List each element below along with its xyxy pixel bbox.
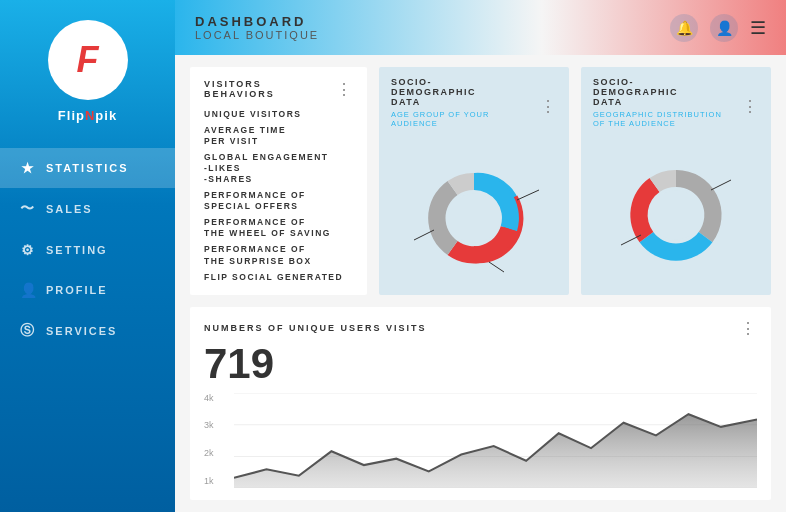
visitors-card: VISITORS BEHAVIORS ⋮ UNIQUE VISITORS AVE… [190, 67, 367, 295]
list-item: PERFORMANCE OFSPECIAL OFFERS [204, 190, 353, 212]
demo-card1-menu-button[interactable]: ⋮ [540, 97, 557, 116]
main-area: DASHBOARD LOCAL BOUTIQUE 🔔 👤 ☰ VISITORS … [175, 0, 786, 512]
profile-icon: 👤 [20, 282, 36, 298]
y-label-1k: 1k [204, 476, 214, 486]
logo-name: FlipNpik [58, 108, 117, 123]
bottom-card: NUMBERS OF UNIQUE USERS VISITS ⋮ 719 4k … [190, 307, 771, 500]
content-area: VISITORS BEHAVIORS ⋮ UNIQUE VISITORS AVE… [175, 55, 786, 512]
top-row: VISITORS BEHAVIORS ⋮ UNIQUE VISITORS AVE… [190, 67, 771, 295]
sidebar-item-label: PROFILE [46, 284, 108, 296]
y-label-4k: 4k [204, 393, 214, 403]
sidebar-item-label: STATISTICS [46, 162, 129, 174]
visitors-card-title: VISITORS BEHAVIORS [204, 79, 336, 99]
bottom-card-title: NUMBERS OF UNIQUE USERS VISITS [204, 323, 427, 333]
sidebar-item-setting[interactable]: ⚙ SETTING [0, 230, 175, 270]
star-icon: ★ [20, 160, 36, 176]
demo-card1-header: SOCIO-DEMOGRAPHICDATA AGE GROUP OF YOURA… [391, 77, 557, 136]
sidebar: F FlipNpik ★ STATISTICS 〜 SALES ⚙ SETTIN… [0, 0, 175, 512]
y-label-3k: 3k [204, 420, 214, 430]
list-item: AVERAGE TIMEPER VISIT [204, 125, 353, 147]
demo-card1-title: SOCIO-DEMOGRAPHICDATA [391, 77, 489, 107]
svg-line-3 [414, 230, 434, 240]
header-line2: LOCAL BOUTIQUE [195, 29, 319, 41]
header-line1: DASHBOARD [195, 14, 319, 29]
hamburger-button[interactable]: ☰ [750, 17, 766, 39]
logo-icon: F [77, 39, 99, 81]
y-axis-labels: 4k 3k 2k 1k [204, 393, 214, 488]
list-item: GLOBAL ENGAGEMENT-LIKES-SHARES [204, 152, 353, 185]
logo-circle: F [48, 20, 128, 100]
demo-card1-subtitle: AGE GROUP OF YOURAUDIENCE [391, 110, 489, 128]
visitors-list: UNIQUE VISITORS AVERAGE TIMEPER VISIT GL… [204, 109, 353, 283]
sidebar-item-statistics[interactable]: ★ STATISTICS [0, 148, 175, 188]
sidebar-item-label: SERVICES [46, 325, 117, 337]
svg-point-0 [449, 193, 499, 243]
chart-svg-container [234, 393, 757, 488]
logo-area: F FlipNpik [0, 0, 175, 138]
demo-card2-menu-button[interactable]: ⋮ [742, 97, 759, 116]
header: DASHBOARD LOCAL BOUTIQUE 🔔 👤 ☰ [175, 0, 786, 55]
svg-line-2 [489, 262, 504, 272]
list-item: PERFORMANCE OFTHE SURPRISE BOX [204, 244, 353, 266]
y-label-2k: 2k [204, 448, 214, 458]
notification-button[interactable]: 🔔 [670, 14, 698, 42]
svg-line-5 [711, 180, 731, 190]
header-title: DASHBOARD LOCAL BOUTIQUE [195, 14, 319, 41]
bottom-card-menu-button[interactable]: ⋮ [740, 319, 757, 338]
svg-line-6 [621, 235, 641, 245]
donut-chart-2 [593, 146, 759, 285]
wave-icon: 〜 [20, 200, 36, 218]
sidebar-item-sales[interactable]: 〜 SALES [0, 188, 175, 230]
header-icons: 🔔 👤 ☰ [670, 14, 766, 42]
list-item: PERFORMANCE OFTHE WHEEL OF SAVING [204, 217, 353, 239]
list-item: UNIQUE VISITORS [204, 109, 353, 120]
bottom-card-header: NUMBERS OF UNIQUE USERS VISITS ⋮ [204, 319, 757, 338]
demo-card-geo: SOCIO-DEMOGRAPHICDATA GEOGRAPHIC DISTRIB… [581, 67, 771, 295]
sidebar-item-label: SETTING [46, 244, 108, 256]
gear-icon: ⚙ [20, 242, 36, 258]
demo-card2-subtitle: GEOGRAPHIC DISTRIBUTIONOF THE AUDIENCE [593, 110, 722, 128]
visitors-card-header: VISITORS BEHAVIORS ⋮ [204, 79, 353, 99]
line-chart: 4k 3k 2k 1k [204, 393, 757, 488]
nav-menu: ★ STATISTICS 〜 SALES ⚙ SETTING 👤 PROFILE… [0, 148, 175, 352]
list-item: FLIP SOCIAL GENERATED [204, 272, 353, 283]
svg-point-4 [651, 190, 701, 240]
services-icon: Ⓢ [20, 322, 36, 340]
demo-card2-title: SOCIO-DEMOGRAPHICDATA [593, 77, 722, 107]
demo-card2-header: SOCIO-DEMOGRAPHICDATA GEOGRAPHIC DISTRIB… [593, 77, 759, 136]
demo-card-age: SOCIO-DEMOGRAPHICDATA AGE GROUP OF YOURA… [379, 67, 569, 295]
visitors-menu-button[interactable]: ⋮ [336, 80, 353, 99]
svg-line-1 [517, 190, 539, 200]
user-button[interactable]: 👤 [710, 14, 738, 42]
sidebar-item-label: SALES [46, 203, 93, 215]
sidebar-item-profile[interactable]: 👤 PROFILE [0, 270, 175, 310]
donut-chart-1 [391, 146, 557, 285]
sidebar-item-services[interactable]: Ⓢ SERVICES [0, 310, 175, 352]
unique-users-count: 719 [204, 343, 757, 385]
